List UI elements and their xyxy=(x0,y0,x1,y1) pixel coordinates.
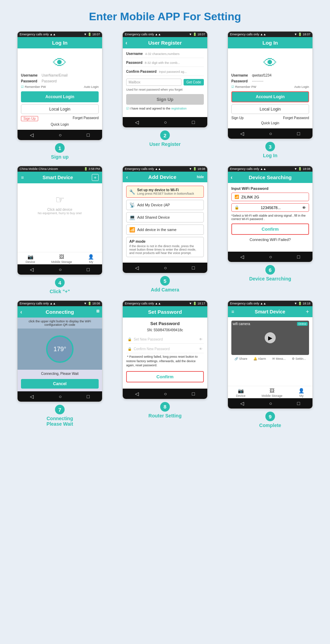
confirm-btn-6[interactable]: Confirm xyxy=(231,223,309,235)
eye-icon-8b[interactable]: 👁 xyxy=(199,347,202,351)
lock-icon-8a: 🔒 xyxy=(128,337,132,341)
registration-link[interactable]: registration xyxy=(171,107,187,110)
eye-icon-6[interactable]: 👁 xyxy=(302,206,306,210)
wifi-password-6: 12345678... xyxy=(261,206,280,210)
signup-link-3[interactable]: Sign Up xyxy=(231,116,244,120)
get-code-btn[interactable]: Get Code xyxy=(184,79,204,85)
link-row-1: Sign Up Forget Password xyxy=(21,116,99,121)
menu-icon-4[interactable]: ≡ xyxy=(21,175,24,180)
mailbox-input[interactable]: Mailbox xyxy=(126,79,182,86)
nav-home-8[interactable]: ○ xyxy=(161,390,169,397)
nav-home-5[interactable]: ○ xyxy=(161,264,169,271)
step-3-wrapper: Emergency calls only ▲▲ ▼ 🔋 18:07 Log In… xyxy=(221,31,320,160)
new-pw-field[interactable]: 🔒 Set New Password 👁 xyxy=(126,335,204,344)
nav-back-6[interactable]: ◁ xyxy=(238,253,247,260)
quick-login-3[interactable]: Quick Login xyxy=(231,121,309,125)
nav-back-7[interactable]: ◁ xyxy=(27,393,36,400)
tab-storage-4[interactable]: 🖼 Mobile Storage xyxy=(51,254,72,264)
plus-button-4[interactable]: + xyxy=(92,174,99,181)
action-alarm-9[interactable]: 🔔 Alarm xyxy=(253,357,266,360)
signup-btn[interactable]: Sign Up xyxy=(126,94,204,105)
setup-wifi-title: Set up my device to Wi-Fi xyxy=(137,188,194,192)
header-title-6: Device Searching xyxy=(249,174,292,180)
storage-tab-icon-9: 🖼 xyxy=(270,388,274,393)
tab-my-4[interactable]: 👤 My xyxy=(88,254,94,264)
step-name-8: Router Setting xyxy=(148,413,182,418)
nav-home-9[interactable]: ○ xyxy=(266,400,275,407)
account-login-btn-1[interactable]: Account Login xyxy=(21,91,99,102)
add-shared-device-option[interactable]: 💻 Add Shared Device xyxy=(126,212,204,222)
back-arrow-7[interactable]: ‹ xyxy=(20,309,22,315)
wifi-hint-6: *Select a Wi-Fi with stable and strong s… xyxy=(231,214,309,221)
add-my-device-option[interactable]: 📡 Add My Device (AP xyxy=(126,200,204,210)
step-name-4: Click "+" xyxy=(50,289,70,294)
play-btn-9[interactable]: ▶ xyxy=(265,332,276,343)
back-arrow-5[interactable]: ‹ xyxy=(126,174,128,180)
agree-row: ☑ I have read and agreed to the registra… xyxy=(126,107,204,110)
step-name-2: User Register xyxy=(149,141,180,147)
connecting-body-7: 179° Connecting, Please Wait Cancel xyxy=(18,329,102,391)
used-hint: Used for reset password when you forget xyxy=(126,88,204,91)
cancel-btn-7[interactable]: Cancel xyxy=(21,379,99,389)
camera-thumb-9[interactable]: wifi camera ▶ Online xyxy=(231,321,309,355)
nav-back-2[interactable]: ◁ xyxy=(132,119,142,126)
nav-square-4[interactable]: □ xyxy=(84,266,92,273)
confirm-pw-field[interactable]: 🔒 Confirm New Password 👁 xyxy=(126,345,204,353)
connecting-label-7: Connecting, Please Wait xyxy=(41,370,78,377)
app-header-2: ‹ User Register xyxy=(123,37,207,48)
nav-square-9[interactable]: □ xyxy=(294,400,302,407)
signup-link-1[interactable]: Sign Up xyxy=(21,116,38,121)
confirm-btn-8[interactable]: Confirm xyxy=(126,371,204,382)
action-mess-9[interactable]: ✉ Mess... xyxy=(272,357,286,360)
nav-home-2[interactable]: ○ xyxy=(161,119,169,126)
nav-home-7[interactable]: ○ xyxy=(56,393,64,400)
smart-device-header-9: ≡ Smart Device + xyxy=(228,306,312,317)
ap-mode-title: AP mode xyxy=(129,239,201,243)
nav-square-6[interactable]: □ xyxy=(294,253,302,260)
nav-back-5[interactable]: ◁ xyxy=(132,264,142,271)
action-setting-9[interactable]: ⚙ Settin... xyxy=(292,357,306,360)
nav-square-2[interactable]: □ xyxy=(189,119,197,126)
forget-pw-1[interactable]: Forget Password xyxy=(73,116,99,121)
eye-icon-8a[interactable]: 👁 xyxy=(199,337,202,341)
local-login-btn-1[interactable]: Local Login xyxy=(21,104,99,114)
account-login-btn-3[interactable]: Account Login xyxy=(231,91,309,102)
tab-my-9[interactable]: 👤 My xyxy=(298,388,304,398)
action-share-9[interactable]: 🔗 Share xyxy=(234,357,248,360)
plus-button-9[interactable]: + xyxy=(306,309,309,315)
setup-wifi-sub: Long press RESET button in bottom/back xyxy=(137,192,194,195)
back-arrow-2[interactable]: ‹ xyxy=(125,40,127,46)
nav-home-1[interactable]: ○ xyxy=(56,131,64,138)
nav-square-5[interactable]: □ xyxy=(189,264,197,271)
reg-field-username: Username 4-32 characters,numbers xyxy=(126,52,204,58)
nav-back-9[interactable]: ◁ xyxy=(238,400,247,407)
hide-label-5[interactable]: hide xyxy=(197,175,204,179)
nav-home-3[interactable]: ○ xyxy=(266,130,275,137)
step-4-wrapper: China Mobile China Unicom 🔋 3:58 PM ≡ Sm… xyxy=(10,166,109,294)
back-arrow-6[interactable]: ‹ xyxy=(231,174,232,181)
nav-home-6[interactable]: ○ xyxy=(266,253,275,260)
tab-device-4[interactable]: 📷 Device xyxy=(25,254,35,264)
step-name-7: Connecting Please Wait xyxy=(46,416,73,427)
forget-pw-3[interactable]: Forget Password xyxy=(283,116,309,120)
nav-back-8[interactable]: ◁ xyxy=(132,390,142,397)
nav-back-4[interactable]: ◁ xyxy=(27,266,36,273)
nav-back-3[interactable]: ◁ xyxy=(238,130,247,137)
step-circle-9: 9 xyxy=(265,412,275,421)
step-label-5: 5 Add Camera xyxy=(151,276,179,292)
quick-login-1[interactable]: Quick Login xyxy=(21,123,99,126)
tab-device-9[interactable]: 📷 Device xyxy=(236,388,245,398)
nav-home-4[interactable]: ○ xyxy=(56,266,64,273)
local-login-btn-3[interactable]: Local Login xyxy=(231,104,309,114)
nav-square-7[interactable]: □ xyxy=(84,393,92,400)
qr-icon-7[interactable]: ⊞ xyxy=(96,309,99,313)
add-same-device-option[interactable]: 📶 Add device in the same xyxy=(126,225,204,235)
nav-square-3[interactable]: □ xyxy=(294,130,302,137)
setup-wifi-option[interactable]: 🔧 Set up my device to Wi-Fi Long press R… xyxy=(126,186,204,198)
phone-2: Emergency calls only ▲▲ ▼ 🔋 18:07 ‹ User… xyxy=(122,31,208,128)
nav-square-1[interactable]: □ xyxy=(84,131,92,138)
tab-storage-9[interactable]: 🖼 Mobile Storage xyxy=(262,388,283,398)
menu-icon-9[interactable]: ≡ xyxy=(231,309,234,314)
nav-back-1[interactable]: ◁ xyxy=(27,131,36,138)
nav-square-8[interactable]: □ xyxy=(189,390,197,397)
